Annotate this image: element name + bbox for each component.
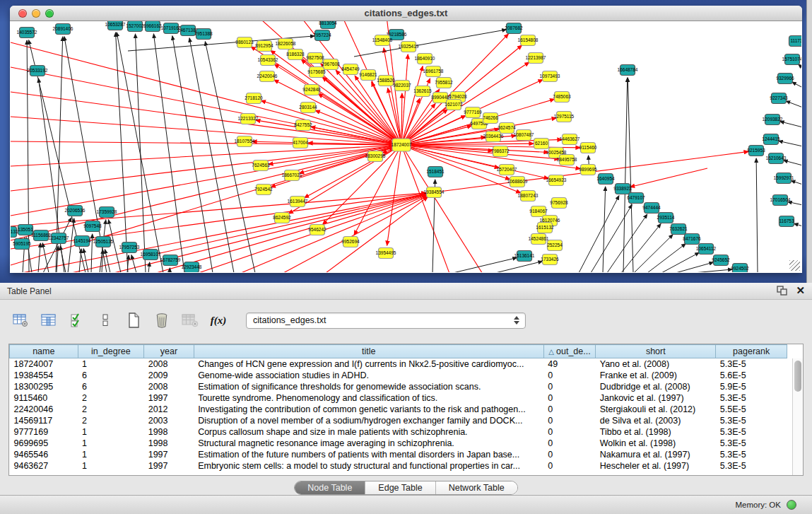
graph-node[interactable]: 62160 xyxy=(534,139,549,149)
function-builder-icon[interactable]: f(x) xyxy=(209,311,228,329)
network-window[interactable]: citations_edges.txt 14035572208914061065… xyxy=(10,6,802,273)
table-row[interactable]: 1872400712008Changes of HCN gene express… xyxy=(10,358,787,370)
scrollbar-thumb[interactable] xyxy=(794,361,801,392)
graph-node[interactable]: 9756928 xyxy=(550,198,568,209)
graph-node[interactable]: 6966162 xyxy=(143,21,162,32)
table-row[interactable]: 977716911998Corpus callosum shape and si… xyxy=(10,426,787,438)
table-cell[interactable]: 5.6E-5 xyxy=(716,370,787,381)
table-cell[interactable]: 5.5E-5 xyxy=(716,404,787,415)
graph-node[interactable]: 16654923 xyxy=(546,175,567,186)
graph-node[interactable]: 9146821 xyxy=(359,70,377,81)
table-cell[interactable]: 0 xyxy=(543,381,595,392)
graph-node[interactable]: 16648784 xyxy=(618,65,638,76)
graph-node[interactable]: 14524861 xyxy=(529,234,549,245)
graph-node[interactable]: 19325419 xyxy=(399,42,419,52)
table-cell[interactable]: 2012 xyxy=(144,404,194,415)
table-cell[interactable]: Franke et al. (2009) xyxy=(596,370,716,381)
table-cell[interactable]: 2008 xyxy=(144,358,194,370)
table-cell[interactable]: Investigating the contribution of common… xyxy=(194,404,543,415)
window-resize-handle[interactable] xyxy=(789,260,800,271)
new-table-icon[interactable] xyxy=(124,311,143,329)
graph-node[interactable]: 7624563 xyxy=(252,160,270,171)
graph-node[interactable]: 9474444 xyxy=(642,203,661,214)
graph-node[interactable]: 9175685 xyxy=(307,67,326,78)
graph-node[interactable]: 1588520 xyxy=(377,76,395,86)
graph-node[interactable]: 12093822 xyxy=(763,115,783,125)
graph-node[interactable]: 20533192 xyxy=(28,66,48,76)
table-cell[interactable]: 5.3E-5 xyxy=(716,449,787,460)
graph-node[interactable]: 8912954 xyxy=(255,41,273,52)
table-cell[interactable]: de Silva et al. (2003) xyxy=(596,415,716,426)
tab-network-table[interactable]: Network Table xyxy=(435,481,517,494)
table-cell[interactable]: 2 xyxy=(78,392,144,404)
graph-node[interactable]: 1733426 xyxy=(541,255,559,265)
table-cell[interactable]: 1 xyxy=(78,449,144,460)
graph-node[interactable]: 9245652 xyxy=(712,255,730,266)
graph-node[interactable]: 12342757 xyxy=(49,233,69,244)
graph-node[interactable]: 15720407 xyxy=(497,165,517,175)
graph-node[interactable]: 10807487 xyxy=(514,130,534,141)
table-cell[interactable]: 9777169 xyxy=(10,426,78,438)
graph-node[interactable]: 18667021 xyxy=(282,170,302,181)
table-cell[interactable]: 5.3E-5 xyxy=(716,460,787,472)
table-cell[interactable]: 2008 xyxy=(144,381,194,392)
column-header-in_degree[interactable]: in_degree xyxy=(78,345,144,358)
table-cell[interactable]: 2 xyxy=(78,415,144,426)
table-cell[interactable]: 0 xyxy=(543,438,595,449)
table-cell[interactable]: 5.3E-5 xyxy=(716,358,787,370)
table-cell[interactable]: 18724007 xyxy=(10,358,78,370)
table-cell[interactable]: 5.9E-5 xyxy=(716,381,787,392)
table-cell[interactable]: 5.3E-5 xyxy=(716,415,787,426)
table-cell[interactable]: 1 xyxy=(78,358,144,370)
graph-node[interactable]: 7924542 xyxy=(254,185,273,195)
select-columns-icon[interactable] xyxy=(68,311,86,329)
graph-node[interactable]: 8471676 xyxy=(683,234,701,245)
table-cell[interactable]: Stergiakouli et al. (2012) xyxy=(596,404,716,415)
graph-node[interactable]: 116753 xyxy=(779,216,794,227)
graph-node[interactable]: 10543362 xyxy=(258,55,278,66)
row-height-icon[interactable] xyxy=(96,311,114,329)
graph-node[interactable]: 1621072 xyxy=(445,100,463,110)
graph-node[interactable]: 15751074 xyxy=(782,54,801,65)
graph-node[interactable]: 9924502 xyxy=(731,264,749,273)
graph-node[interactable]: 18724007 xyxy=(392,139,412,151)
graph-node[interactable]: 9899695 xyxy=(579,165,597,175)
graph-node[interactable]: 16958107 xyxy=(141,250,161,260)
table-cell[interactable]: 19384554 xyxy=(10,370,78,381)
graph-node[interactable]: 8813054 xyxy=(319,21,337,29)
table-row[interactable]: 969969511998Structural magnetic resonanc… xyxy=(10,438,787,449)
graph-node[interactable]: 1362615 xyxy=(413,86,432,97)
column-header-pagerank[interactable]: pagerank xyxy=(716,345,787,358)
network-canvas[interactable]: 1403557220891406106532871527002696616210… xyxy=(11,21,801,272)
graph-node[interactable]: 16782759 xyxy=(160,255,181,266)
graph-node[interactable]: 16210643 xyxy=(766,153,787,164)
graph-node[interactable]: 10653287 xyxy=(105,21,126,30)
graph-node[interactable]: 9115460 xyxy=(579,143,597,153)
table-cell[interactable]: 9699695 xyxy=(10,438,78,449)
table-cell[interactable]: 9465546 xyxy=(10,449,78,460)
table-cell[interactable]: 5.3E-5 xyxy=(716,392,787,404)
column-header-out_de[interactable]: △out_de... xyxy=(543,345,595,358)
graph-node[interactable]: 1145194 xyxy=(73,236,91,247)
graph-node[interactable]: 19384554 xyxy=(424,187,445,198)
table-cell[interactable]: 0 xyxy=(543,449,595,460)
table-cell[interactable]: Jankovic et al. (1997) xyxy=(596,392,716,404)
tab-edge-table[interactable]: Edge Table xyxy=(365,481,435,494)
network-window-titlebar[interactable]: citations_edges.txt xyxy=(10,6,802,21)
graph-node[interactable]: 10688609 xyxy=(507,177,528,187)
table-row[interactable]: 946362711997Embryonic stem cells: a mode… xyxy=(10,460,787,472)
graph-node[interactable]: 20891406 xyxy=(53,24,73,35)
graph-node[interactable]: 9097548 xyxy=(83,221,102,232)
table-cell[interactable]: 9463627 xyxy=(10,460,78,472)
table-cell[interactable]: 1 xyxy=(78,438,144,449)
table-selector-dropdown[interactable]: citations_edges.txt xyxy=(246,313,526,329)
table-cell[interactable]: 9115460 xyxy=(10,392,78,404)
table-cell[interactable]: 0 xyxy=(543,404,595,415)
graph-node[interactable]: 9952694 xyxy=(341,237,360,247)
graph-node[interactable]: 7951388 xyxy=(194,29,213,40)
graph-node[interactable]: 1527002 xyxy=(126,21,144,32)
table-cell[interactable]: Wolkin et al. (1998) xyxy=(596,438,716,449)
graph-node[interactable]: 252254 xyxy=(547,240,563,251)
table-cell[interactable]: Nakamura et al. (1997) xyxy=(596,449,716,460)
table-cell[interactable]: 14569117 xyxy=(10,415,78,426)
